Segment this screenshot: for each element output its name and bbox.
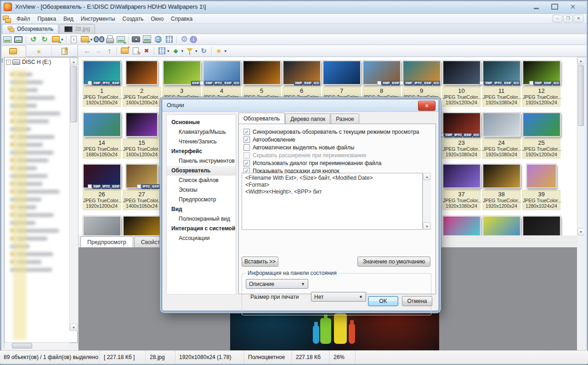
tree-node-disc-h[interactable]: − DISC H (E:): [5, 57, 77, 67]
thumbnail-cell[interactable]: 15JPEG TrueColor...1600x1200x24: [123, 111, 161, 159]
options-category-Основные[interactable]: Основные: [167, 118, 236, 127]
mdi-tab-Обозреватель[interactable]: Обозреватель: [2, 24, 58, 34]
refresh-button[interactable]: ↻: [198, 46, 209, 56]
maximize-button[interactable]: [548, 3, 560, 11]
thumbnail-cell[interactable]: 38JPEG TrueColor...1920x1200x24: [482, 162, 520, 210]
chevron-down-icon[interactable]: ▾: [195, 49, 198, 53]
folders-panel-tab-icon[interactable]: [8, 46, 19, 57]
tree-horizontal-scrollbar[interactable]: [5, 342, 69, 348]
chevron-down-icon[interactable]: ▾: [167, 49, 170, 53]
panel-tab-Предпросмотр[interactable]: Предпросмотр: [80, 236, 133, 247]
thumbnail-cell[interactable]: [83, 214, 121, 236]
mdi-minimize-button[interactable]: –: [553, 15, 562, 23]
close-button[interactable]: ✕: [567, 3, 579, 11]
categories-panel-tab[interactable]: [52, 46, 78, 57]
info-button[interactable]: i: [190, 36, 197, 43]
dialog-title-bar[interactable]: Опции: [162, 99, 439, 112]
thumbnail-cell[interactable]: 39JPEG TrueColor...1280x1024x24: [522, 162, 560, 210]
thumbnail-cell[interactable]: XMPEXIF8JPEG TrueColor...: [362, 59, 401, 101]
back-button[interactable]: ←: [82, 46, 93, 56]
options-tab-Дерево папок[interactable]: Дерево папок: [285, 114, 330, 124]
forward-button[interactable]: →: [93, 46, 104, 56]
thumbnail-cell[interactable]: 25JPEG TrueColor...1920x1200x24: [522, 111, 560, 159]
tree-expander-icon[interactable]: −: [6, 60, 11, 65]
options-category-Список файлов[interactable]: Список файлов: [167, 176, 236, 185]
menu-item[interactable]: Создать: [119, 15, 147, 23]
options-category-Интеграция с системой[interactable]: Интеграция с системой: [167, 224, 236, 234]
copy-move-button[interactable]: [115, 34, 126, 45]
print-size-select[interactable]: Нет ▼: [311, 292, 366, 302]
contact-sheet-button[interactable]: [164, 34, 175, 45]
checkbox-row[interactable]: ✓Синхронизировать обозреватель с текущим…: [243, 128, 435, 136]
cancel-button[interactable]: Отмена: [402, 296, 432, 306]
options-category-Интерфейс[interactable]: Интерфейс: [167, 147, 236, 156]
thumbnail-cell[interactable]: XMPIPTCEXIFICC23JPEG TrueColor...1920x10…: [442, 111, 481, 159]
menu-item[interactable]: Правка: [34, 15, 60, 23]
minimize-button[interactable]: [530, 3, 542, 11]
options-category-Панель инструментов[interactable]: Панель инструментов: [167, 156, 236, 166]
browser-view-button[interactable]: [2, 34, 13, 45]
checkbox-checked-icon[interactable]: ✓: [243, 137, 250, 143]
thumbnail-cell[interactable]: 5JPEG TrueColor...: [243, 59, 281, 101]
chevron-down-icon[interactable]: ▾: [225, 49, 227, 53]
sort-button[interactable]: ◆: [170, 46, 181, 56]
menu-item[interactable]: Файл: [13, 15, 34, 23]
checkbox-row[interactable]: ✓Использовать диалог при переименовании …: [243, 160, 435, 167]
properties-button[interactable]: [68, 34, 79, 45]
fullscreen-button[interactable]: [13, 34, 24, 45]
template-scrollbar[interactable]: ▲ ▼: [423, 173, 431, 230]
tree-scrollbar[interactable]: ▲ ▼: [69, 58, 78, 331]
rename-button[interactable]: [130, 46, 141, 56]
menu-item[interactable]: Справка: [167, 15, 196, 23]
thumbnail-cell[interactable]: 37JPEG TrueColor...1920x1080x24: [442, 162, 481, 210]
options-category-Эскизы[interactable]: Эскизы: [167, 185, 236, 195]
folders-panel-tab[interactable]: [0, 46, 26, 57]
thumbnail-cell[interactable]: 10JPEG TrueColor...1920x1200x24: [442, 59, 481, 107]
categories-panel-tab-icon[interactable]: [59, 46, 70, 57]
options-category-Предпросмотр[interactable]: Предпросмотр: [167, 195, 236, 205]
thumbnail-cell[interactable]: [123, 214, 161, 236]
favorites-panel-tab-icon[interactable]: ★: [34, 46, 45, 57]
menu-item[interactable]: Вид: [60, 15, 77, 23]
thumbnail-cell[interactable]: 14JPEG TrueColor...1680x1050x24: [83, 111, 121, 159]
mdi-tab-28.jpg[interactable]: 28.jpg: [59, 24, 95, 34]
rotate-cw-button[interactable]: ↻: [39, 34, 50, 45]
rotate-ccw-button[interactable]: ↺: [28, 34, 39, 45]
browser-scrollbar[interactable]: ▲ ▼: [577, 57, 584, 235]
thumbnail-cell[interactable]: XMPIPTCEXIFICC4JPEG TrueColor...: [203, 59, 241, 101]
options-category-Обозреватель[interactable]: Обозреватель: [167, 166, 236, 176]
thumbnail-cell[interactable]: [482, 214, 520, 236]
options-category-Вид[interactable]: Вид: [167, 205, 236, 214]
ok-button[interactable]: OK: [368, 296, 398, 306]
open-with-button[interactable]: [79, 34, 90, 45]
options-category-Ассоциации[interactable]: Ассоциации: [167, 234, 236, 243]
default-value-button[interactable]: Значение по умолчанию: [357, 257, 430, 267]
thumbnail-cell[interactable]: XMPIPTCEXIF26JPEG TrueColor...1920x1200x…: [83, 162, 121, 210]
thumbnail-cell[interactable]: EXIF3JPEG TrueColor...: [163, 59, 201, 101]
up-button[interactable]: ↑: [104, 46, 115, 56]
dialog-close-button[interactable]: ✕: [418, 101, 435, 111]
mdi-restore-button[interactable]: ❐: [563, 15, 573, 23]
thumbnail-cell[interactable]: XMPEXIFICC6JPEG TrueColor...: [283, 59, 321, 101]
checkbox-row[interactable]: Скрывать расширение при переименовании: [243, 152, 435, 159]
capture-button[interactable]: [130, 34, 141, 45]
settings-button[interactable]: ⚙: [179, 34, 190, 45]
menu-item[interactable]: Инструменты: [77, 15, 119, 23]
checkbox-icon[interactable]: [243, 144, 250, 151]
print-button[interactable]: [104, 34, 115, 45]
info-type-select[interactable]: Описание ▼: [246, 279, 308, 289]
insert-button[interactable]: Вставить >>: [242, 257, 278, 267]
checkbox-icon[interactable]: [243, 152, 250, 159]
thumbnail-cell[interactable]: XMPIPTCEXIFICC11JPEG TrueColor...1920x10…: [482, 59, 520, 107]
web-page-button[interactable]: [153, 34, 164, 45]
checkbox-checked-icon[interactable]: ✓: [243, 160, 250, 166]
thumbnail-cell[interactable]: [442, 214, 481, 236]
checkbox-row[interactable]: ✓Автообновление: [243, 136, 435, 143]
search-button[interactable]: [93, 34, 104, 45]
options-tab-Разное[interactable]: Разное: [331, 114, 359, 124]
thumbnail-cell[interactable]: 7JPEG TrueColor...: [322, 59, 361, 101]
checkbox-row[interactable]: Автоматически выделять новые файлы: [243, 144, 435, 151]
thumbnail-cell[interactable]: IPTCEXIF27JPEG TrueColor...1400x1050x24: [123, 162, 161, 210]
mdi-close-button[interactable]: ✕: [574, 15, 583, 23]
options-category-Чтение/Запись[interactable]: Чтение/Запись: [167, 137, 236, 147]
